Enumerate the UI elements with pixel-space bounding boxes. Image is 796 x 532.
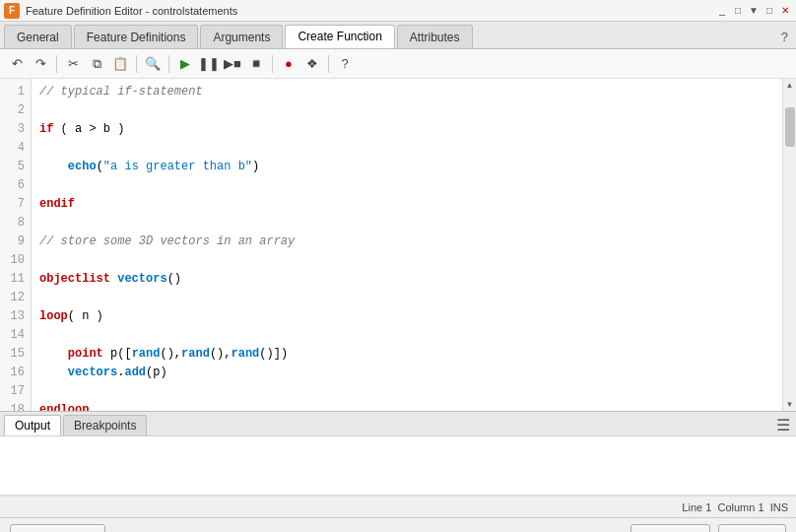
- editor-toolbar: ↶ ↷ ✂ ⧉ 📋 🔍 ▶ ❚❚ ▶■ ◾ ● ❖ ?: [0, 49, 796, 79]
- vertical-scrollbar[interactable]: ▲ ▼: [782, 79, 796, 411]
- tab-feature-definitions[interactable]: Feature Definitions: [74, 25, 199, 48]
- footer: ▶ Evaluate ✓ Apply Close: [0, 517, 796, 532]
- tab-output[interactable]: Output: [4, 415, 61, 435]
- help-icon[interactable]: ?: [773, 25, 796, 48]
- tab-arguments[interactable]: Arguments: [200, 25, 283, 48]
- close-button[interactable]: Close: [718, 524, 786, 533]
- step-btn[interactable]: ▶■: [222, 53, 243, 75]
- code-editor[interactable]: // typical if-statement if ( a > b ) ech…: [32, 79, 782, 411]
- restore-btn[interactable]: □: [731, 4, 745, 18]
- editor-area: 1 2 3 4 5 6 7 8 9 10 11 12 13 14 15 16 1…: [0, 79, 796, 411]
- window-controls[interactable]: ⎯ □ ▼ □ ✕: [715, 4, 792, 18]
- bottom-icons: ☰: [776, 415, 796, 435]
- evaluate-button[interactable]: ▶ Evaluate: [10, 524, 105, 533]
- breakpoint-btn[interactable]: ●: [278, 53, 299, 75]
- status-bar: Line 1 Column 1 INS: [0, 496, 796, 517]
- window-title: Feature Definition Editor - controlstate…: [26, 5, 237, 17]
- tab-general[interactable]: General: [4, 25, 72, 48]
- pause-btn[interactable]: ❚❚: [198, 53, 220, 75]
- dropdown-btn[interactable]: ▼: [747, 4, 761, 18]
- cut-btn[interactable]: ✂: [62, 53, 84, 75]
- status-mode: INS: [770, 501, 788, 513]
- apply-button[interactable]: ✓ Apply: [630, 524, 710, 533]
- copy-btn[interactable]: ⧉: [86, 53, 107, 75]
- sep5: [328, 55, 329, 73]
- status-column: Column 1: [717, 501, 763, 513]
- tab-create-function[interactable]: Create Function: [285, 25, 394, 48]
- scroll-up[interactable]: ▲: [784, 79, 796, 92]
- bookmark-btn[interactable]: ❖: [301, 53, 323, 75]
- undo-btn[interactable]: ↶: [6, 53, 28, 75]
- step-out-btn[interactable]: ◾: [245, 53, 267, 75]
- tab-breakpoints[interactable]: Breakpoints: [63, 415, 147, 435]
- bottom-tab-bar: Output Breakpoints ☰: [0, 411, 796, 436]
- scroll-down[interactable]: ▼: [784, 398, 796, 411]
- help-toolbar-btn[interactable]: ?: [334, 53, 356, 75]
- app-icon: F: [4, 3, 20, 19]
- sep4: [272, 55, 273, 73]
- minimize-btn[interactable]: ⎯: [715, 4, 729, 18]
- status-line: Line 1: [682, 501, 711, 513]
- line-numbers: 1 2 3 4 5 6 7 8 9 10 11 12 13 14 15 16 1…: [0, 79, 32, 411]
- paste-btn[interactable]: 📋: [109, 53, 131, 75]
- close-btn[interactable]: ✕: [778, 4, 792, 18]
- tab-bar: General Feature Definitions Arguments Cr…: [0, 22, 796, 49]
- run-btn[interactable]: ▶: [174, 53, 196, 75]
- maximize-btn[interactable]: □: [763, 4, 776, 18]
- sep2: [136, 55, 137, 73]
- sep3: [168, 55, 169, 73]
- sep1: [56, 55, 57, 73]
- output-panel: [0, 436, 796, 496]
- scroll-thumb[interactable]: [785, 107, 795, 147]
- redo-btn[interactable]: ↷: [30, 53, 51, 75]
- tab-attributes[interactable]: Attributes: [397, 25, 473, 48]
- zoom-btn[interactable]: 🔍: [142, 53, 164, 75]
- bottom-icon[interactable]: ☰: [776, 416, 790, 434]
- title-bar: F Feature Definition Editor - controlsta…: [0, 0, 796, 22]
